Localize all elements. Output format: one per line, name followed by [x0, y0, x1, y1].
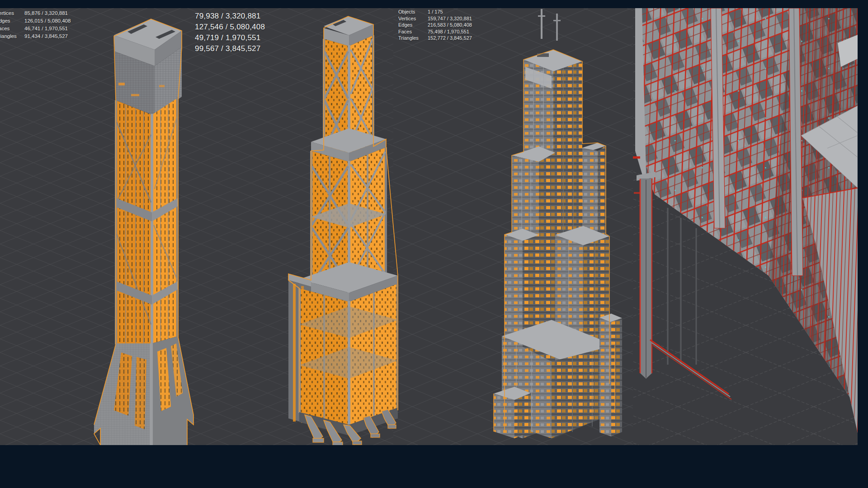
stat-label: Edges — [0, 17, 24, 25]
stat-value: 49,719 / 1,970,551 — [195, 33, 260, 43]
stat-value: 46,741 / 1,970,551 — [24, 25, 68, 33]
stat-row: 99,567 / 3,845,527 — [195, 43, 265, 54]
right-frame-strip — [858, 0, 868, 488]
stat-value: 91,434 / 3,845,527 — [24, 33, 68, 40]
stat-value: 75,498 / 1,970,551 — [428, 28, 469, 35]
mesh-stats-panel-3: Objects1 / 175 Vertices159,747 / 3,320,8… — [398, 9, 472, 42]
stat-row: Vertices159,747 / 3,320,881 — [398, 15, 472, 22]
stat-label: Vertices — [398, 15, 428, 22]
top-frame-strip — [0, 0, 868, 8]
stat-label: Edges — [398, 22, 428, 28]
stat-row: Triangles152,772 / 3,845,527 — [398, 35, 472, 42]
stat-label: Triangles — [0, 33, 24, 40]
stat-value: 79,938 / 3,320,881 — [195, 11, 260, 22]
mesh-stats-panel-2: 79,938 / 3,320,881 127,546 / 5,080,408 4… — [195, 11, 265, 54]
stat-value: 126,015 / 5,080,408 — [24, 17, 71, 25]
stat-value: 1 / 175 — [428, 9, 443, 15]
stat-label: Objects — [398, 9, 428, 15]
stat-value: 99,567 / 3,845,527 — [195, 43, 260, 54]
stat-value: 85,876 / 3,320,881 — [24, 9, 68, 17]
stat-label: Vertices — [0, 9, 24, 17]
stat-row: 127,546 / 5,080,408 — [195, 22, 265, 33]
scene-canvas[interactable] — [0, 0, 868, 488]
stat-value: 216,583 / 5,080,408 — [428, 22, 472, 28]
stat-row: Objects1 / 175 — [398, 9, 472, 15]
stat-value: 159,747 / 3,320,881 — [428, 15, 472, 22]
viewport-composite: Vertices85,876 / 3,320,881 Edges126,015 … — [0, 0, 868, 488]
stat-row: Triangles91,434 / 3,845,527 — [0, 33, 71, 40]
stat-row: 49,719 / 1,970,551 — [195, 33, 265, 43]
stat-row: 79,938 / 3,320,881 — [195, 11, 265, 22]
stat-label: Triangles — [398, 35, 428, 42]
stat-row: Faces46,741 / 1,970,551 — [0, 25, 71, 33]
stat-row: Vertices85,876 / 3,320,881 — [0, 9, 71, 17]
mesh-stats-panel-1: Vertices85,876 / 3,320,881 Edges126,015 … — [0, 9, 71, 40]
stat-row: Edges216,583 / 5,080,408 — [398, 22, 472, 28]
stat-label: Faces — [0, 25, 24, 33]
stat-value: 152,772 / 3,845,527 — [428, 35, 472, 42]
stat-value: 127,546 / 5,080,408 — [195, 22, 265, 33]
stat-row: Edges126,015 / 5,080,408 — [0, 17, 71, 25]
stat-row: Faces75,498 / 1,970,551 — [398, 28, 472, 35]
bottom-frame-strip — [0, 445, 868, 488]
stat-label: Faces — [398, 28, 428, 35]
